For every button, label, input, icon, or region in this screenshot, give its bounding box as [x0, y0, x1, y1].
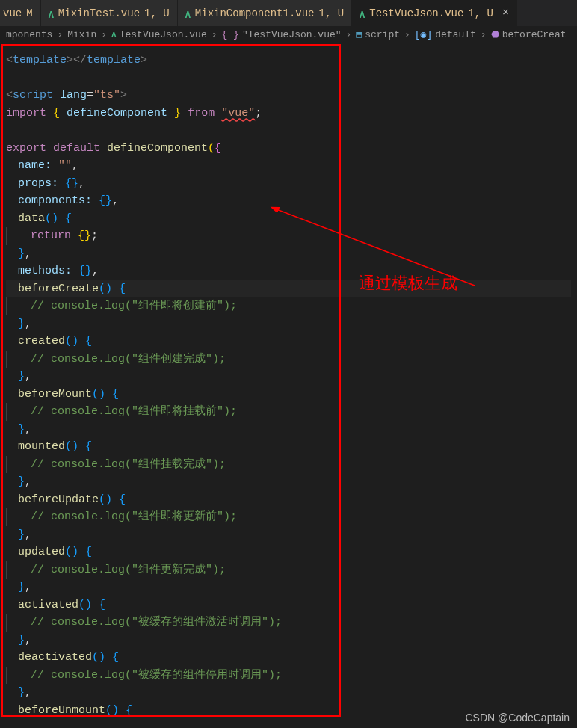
method-icon: ⬣ [491, 28, 499, 40]
fn-beforeCreate: beforeCreate [18, 283, 99, 295]
tab-mixintest[interactable]: V MixinTest.vue 1, U [41, 0, 178, 26]
variable-icon: [◉] [415, 28, 432, 40]
comment: // console.log("被缓存的组件停用时调用"); [31, 669, 282, 682]
breadcrumb-item[interactable]: Mixin [67, 29, 96, 40]
fn-data: data [18, 212, 45, 225]
val-name: "" [58, 159, 72, 172]
kw-export: export [6, 142, 46, 155]
vue-icon: V [360, 8, 365, 19]
comment: // console.log("组件即将创建前"); [31, 300, 237, 312]
comment: // console.log("组件即将挂载前"); [31, 405, 237, 418]
comment: // console.log("组件更新完成"); [31, 564, 226, 576]
breadcrumb[interactable]: mponents › Mixin › V TestVueJson.vue › {… [0, 26, 577, 43]
breadcrumb-item[interactable]: default [435, 29, 476, 40]
kw-return: return [31, 229, 71, 242]
chevron-right-icon: › [57, 29, 63, 40]
kw-import: import [6, 107, 46, 120]
vue-icon: V [49, 8, 54, 19]
vue-icon: V [185, 8, 191, 19]
fn-mounted: mounted [18, 440, 65, 453]
fn-deactivated: deactivated [18, 651, 92, 664]
breadcrumb-item[interactable]: "TestVueJson.vue" [242, 29, 342, 40]
fn-created: created [18, 335, 65, 348]
breadcrumb-item[interactable]: beforeCreat [502, 29, 567, 40]
attr-lang: lang [60, 89, 87, 102]
key-props: props: [18, 177, 58, 190]
key-methods: methods: [18, 265, 72, 277]
fn-updated: updated [18, 546, 65, 558]
fn-beforeUnmount: beforeUnmount [18, 704, 105, 717]
tab-status: 1, U [468, 7, 493, 19]
code-editor[interactable]: 通过模板生成 <<template>template></template> <… [0, 43, 577, 728]
comment: // console.log("组件即将更新前"); [31, 510, 237, 523]
str-vue: "vue" [221, 107, 255, 120]
kw-from: from [188, 107, 215, 120]
close-icon[interactable]: × [502, 7, 509, 19]
script-icon: ⬒ [356, 28, 362, 40]
tab-label: MixinComponent1.vue [195, 7, 315, 19]
fn-beforeMount: beforeMount [18, 388, 92, 401]
comment: // console.log("被缓存的组件激活时调用"); [31, 616, 282, 629]
breadcrumb-item[interactable]: script [365, 29, 400, 40]
chevron-right-icon: › [481, 29, 487, 40]
fn-defineComponent: defineComponent [107, 142, 208, 155]
key-name: name: [18, 159, 52, 172]
watermark: CSDN @CodeCaptain [466, 712, 570, 724]
tab-mixincomponent1[interactable]: V MixinComponent1.vue 1, U [178, 0, 352, 26]
key-components: components: [18, 194, 92, 207]
chevron-right-icon: › [101, 29, 107, 40]
fn-beforeUpdate: beforeUpdate [18, 493, 99, 506]
comment: // console.log("组件创建完成"); [31, 353, 226, 365]
chevron-right-icon: › [212, 29, 217, 40]
tab-label: MixinTest.vue [58, 7, 140, 19]
tab-partial[interactable]: vue M [0, 0, 41, 26]
val-ts: "ts" [93, 89, 120, 102]
id-defineComponent: defineComponent [67, 107, 167, 120]
breadcrumb-item[interactable]: TestVueJson.vue [120, 29, 207, 40]
breadcrumb-item[interactable]: mponents [6, 29, 52, 40]
vue-icon: V [111, 30, 117, 39]
tab-label: vue [3, 7, 22, 19]
tab-status: M [26, 7, 32, 19]
chevron-right-icon: › [346, 29, 352, 40]
tab-status: 1, U [144, 7, 170, 19]
tab-label: TestVueJson.vue [369, 7, 463, 19]
tab-testvuejson[interactable]: V TestVueJson.vue 1, U × [352, 0, 517, 26]
kw-default: default [53, 142, 100, 155]
annotation-text: 通过模板生成 [359, 274, 457, 292]
fn-activated: activated [18, 599, 78, 611]
comment: // console.log("组件挂载完成"); [31, 458, 226, 471]
tab-bar: vue M V MixinTest.vue 1, U V MixinCompon… [0, 0, 577, 26]
tab-status: 1, U [319, 7, 345, 19]
braces-icon: { } [222, 29, 239, 40]
chevron-right-icon: › [404, 29, 410, 40]
